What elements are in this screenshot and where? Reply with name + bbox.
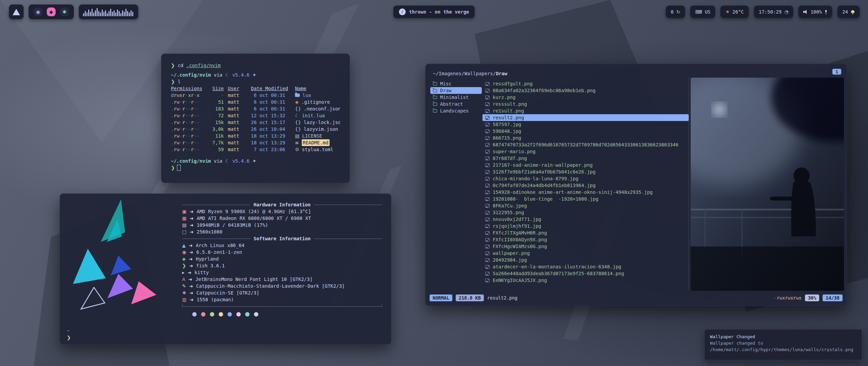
file-size-badge: 218.8 KB — [456, 294, 484, 301]
palette-dot — [210, 312, 214, 317]
ls-row: .rw-r--r--11kmatt18 oct 13:29▤LICENSE — [171, 133, 340, 139]
palette-dot — [254, 312, 258, 317]
readme-icon: ≡ — [295, 139, 299, 146]
file-item[interactable]: nnvuv0xj2df71.jpg — [482, 216, 689, 223]
top-bar-left: ◉◆✱ — [9, 4, 138, 19]
file-item[interactable]: re1sult.png — [482, 107, 689, 114]
clock-module[interactable]: 17:50:29 ◔ — [754, 5, 794, 18]
folder-icon — [433, 96, 437, 99]
image-file-icon — [485, 102, 490, 106]
file-item[interactable]: FXfcHgcWIAMzs0G.png — [482, 243, 689, 250]
file-item[interactable]: 154928-odinokoe_anime-art-anime-okno-sin… — [482, 189, 689, 196]
file-item[interactable]: result2.png — [482, 114, 689, 121]
workspace-3[interactable]: ✱ — [60, 7, 69, 16]
file-item[interactable]: atardecer-en-la-montanas-ilustracion-634… — [482, 263, 689, 270]
file-item[interactable]: ressdfgult.png — [482, 80, 689, 87]
shell-icon: ❯ — [182, 262, 186, 269]
file-item[interactable]: 20492984.jpg — [482, 257, 689, 263]
file-item[interactable]: 596848.jpg — [482, 128, 689, 135]
file-item[interactable]: super-mario.png — [482, 148, 689, 155]
fetch-line-packages: ▥➜1558 (pacman) — [182, 296, 382, 303]
file-item[interactable]: 217167-sad-anime-rain-wallpaper.png — [482, 162, 689, 168]
file-item[interactable]: EeNKYgIUcAAJ5JX.png — [482, 277, 689, 284]
notification-popup[interactable]: Wallpaper Changed Wallpaper changed to /… — [704, 329, 862, 360]
image-file-icon — [485, 224, 490, 228]
terminal-icon: ▸ — [182, 269, 184, 276]
tab-badge[interactable]: 1 — [832, 69, 841, 75]
file-item[interactable]: FXfcJlTXgAMvH6R.png — [482, 229, 689, 236]
input-line[interactable]: ❯ — [171, 164, 340, 171]
gear-icon: ⚙ — [295, 146, 299, 153]
file-item[interactable]: 8FKa7Cu.jpeg — [482, 202, 689, 209]
ls-output: drwxr-xr-x-matt 6 oct 00:31lua.rw-r--r--… — [171, 92, 340, 153]
file-item[interactable]: 08a634fa02a32364f69ebc86a98eb1eb.png — [482, 87, 689, 94]
file-item[interactable]: rsjqojlmjhf91.jpg — [482, 223, 689, 229]
image-file-icon — [485, 123, 490, 126]
folder-icon — [433, 103, 437, 106]
keyboard-layout: US — [705, 9, 711, 15]
image-file-icon — [485, 258, 490, 262]
volume-module[interactable]: 100% — [798, 5, 832, 18]
fetch-line-resolution: □➜868x366 — [182, 228, 382, 235]
file-item[interactable]: 3126f7e9bbf21a8a4af0b67b041c6e26.jpg — [482, 168, 689, 175]
ls-row: .rw-r--r--7,7kmatt18 oct 13:29≡README.md — [171, 139, 340, 146]
file-item[interactable]: kurz.png — [482, 94, 689, 101]
status-bar: NORMAL 218.8 KB result2.png -rwxrwxrwx 3… — [430, 293, 843, 302]
clock-time: 17:50:29 — [759, 9, 782, 15]
file-item[interactable]: 587597.jpg — [482, 121, 689, 128]
media-player-module[interactable]: ♪ thrown - on the verge — [393, 5, 475, 18]
file-item[interactable]: 866715.png — [482, 135, 689, 141]
lua-icon: ☾ — [225, 158, 230, 164]
arrow-icon: ➜ — [190, 208, 194, 215]
file-item[interactable]: chica-mirando-la-luna-8799.jpg — [482, 175, 689, 182]
file-item[interactable]: 3122955.png — [482, 209, 689, 216]
braces-icon: {} — [295, 119, 301, 126]
braces-icon: {} — [295, 126, 301, 133]
keyboard-layout-module[interactable]: ⌨ US — [690, 5, 715, 18]
sidebar-folder-abstract[interactable]: Abstract — [430, 101, 482, 107]
wm-icon: ◈ — [182, 256, 186, 262]
file-item[interactable]: 0c794faf07de24a4db4d4fb1eb813964.jpg — [482, 182, 689, 189]
workspaces: ◉◆✱ — [28, 4, 74, 19]
file-item[interactable]: resssult.png — [482, 101, 689, 107]
image-file-icon — [485, 184, 490, 187]
folder-icon — [433, 109, 437, 113]
file-item[interactable]: 19201080-__blue-tinge__-1920×1080.jpg — [482, 196, 689, 202]
gpu-icon: ▦ — [182, 215, 186, 222]
audio-visualizer[interactable] — [79, 4, 138, 19]
file-manager-window[interactable]: ~/Imagenes/Wallpapers/Draw 1 MiscDrawMin… — [425, 64, 847, 306]
sidebar-folder-draw[interactable]: Draw — [430, 87, 482, 94]
arrow-icon: ➜ — [189, 283, 193, 289]
theme-icon: ✎ — [182, 283, 186, 289]
updates-module[interactable]: 0 ↻ — [666, 5, 685, 18]
fetch-terminal-window[interactable]: Hardware Information ▣➜AMD Ryzen 9 5900X… — [60, 194, 391, 345]
sidebar-folder-landscapes[interactable]: Landscapes — [430, 107, 482, 114]
sidebar-folder-misc[interactable]: Misc — [430, 80, 482, 87]
workspace-2[interactable]: ◆ — [47, 7, 56, 16]
file-item[interactable]: 68747470733a2f2f696d616765732d7769786d70… — [482, 141, 689, 148]
file-item[interactable]: wallpaper.png — [482, 250, 689, 257]
fetch-shell-prompt[interactable]: ~ ❯ — [67, 327, 71, 341]
image-file-icon — [485, 218, 490, 221]
file-item[interactable]: FXfcII0X0AQyn9X.png — [482, 236, 689, 243]
mode-badge: NORMAL — [430, 294, 452, 301]
workspace-1[interactable]: ◉ — [34, 7, 42, 16]
sidebar-folder-minimalist[interactable]: Minimalist — [430, 94, 482, 101]
font-icon: A — [182, 276, 185, 283]
fetch-line-gpu: ▦➜AMD ATI Radeon RX 6800/6800 XT / 6900 … — [182, 215, 382, 222]
file-item[interactable]: 5a266e448add93deab367d87173e9f25-6837886… — [482, 270, 689, 277]
notifications-module[interactable]: 24 — [837, 5, 860, 18]
file-item[interactable]: 87r687df.png — [482, 155, 689, 162]
launcher-button[interactable] — [9, 4, 24, 19]
icon-theme-icon: ❖ — [182, 289, 186, 296]
braces-icon: {} — [295, 105, 301, 112]
fetch-line-theme: ✎➜Catppuccin-Macchiato-Standard-Lavender… — [182, 283, 382, 289]
image-file-icon — [485, 143, 490, 147]
arch-logo-icon — [13, 9, 20, 15]
terminal-window[interactable]: ❯ cd .config/nvim ~/.config/nvim via ☾ v… — [161, 54, 350, 183]
clock-icon: ◔ — [784, 9, 788, 15]
image-file-icon — [485, 129, 490, 133]
weather-module[interactable]: ☀ 26°C — [720, 5, 749, 18]
arrow-icon: ➜ — [189, 256, 193, 262]
palette-dot — [236, 312, 241, 317]
